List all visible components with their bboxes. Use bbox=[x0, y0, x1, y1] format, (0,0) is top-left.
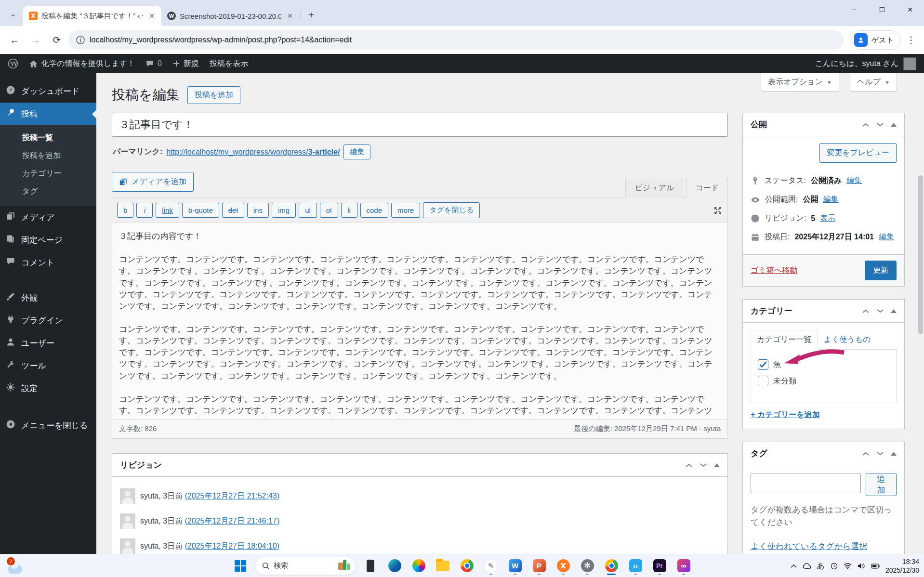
edit-permalink-button[interactable]: 編集 bbox=[343, 144, 370, 159]
quicktag-code-button[interactable]: code bbox=[360, 203, 389, 218]
category-checkbox[interactable] bbox=[758, 376, 768, 386]
site-menu[interactable]: 化学の情報を提供します！ bbox=[29, 59, 135, 69]
publish-row-action-link[interactable]: 編集 bbox=[879, 232, 894, 242]
profile-chip[interactable]: ゲスト bbox=[851, 30, 901, 50]
post-content-textarea[interactable]: ３記事目の内容です！ コンテンツです。コンテンツです。コンテンツです。コンテンツ… bbox=[112, 223, 727, 419]
move-down-icon[interactable] bbox=[876, 309, 884, 314]
quicktag-link-button[interactable]: link bbox=[156, 203, 179, 218]
scrollbar-thumb[interactable] bbox=[918, 175, 923, 334]
maximize-button[interactable]: ☐ bbox=[868, 0, 896, 19]
screen-options-tab[interactable]: 表示オプション ▼ bbox=[761, 73, 839, 92]
copilot-icon[interactable] bbox=[409, 556, 428, 576]
minimize-button[interactable]: ─ bbox=[840, 0, 868, 19]
quicktag-タグを閉じる-button[interactable]: タグを閉じる bbox=[423, 202, 480, 218]
tab-close-icon[interactable]: ✕ bbox=[147, 11, 157, 21]
quicktag-ins-button[interactable]: ins bbox=[247, 203, 269, 218]
new-tag-input[interactable] bbox=[751, 473, 861, 493]
sidebar-item-投稿[interactable]: 投稿 bbox=[0, 103, 96, 125]
browser-tab[interactable]: ꓫ投稿を編集 “３記事目です！” ‹ 化✕ bbox=[23, 6, 161, 26]
revision-date-link[interactable]: (2025年12月27日 21:52:43) bbox=[185, 492, 279, 500]
quicktag-img-button[interactable]: img bbox=[272, 203, 296, 218]
choose-popular-tags-link[interactable]: よく使われているタグから選択 bbox=[751, 541, 867, 552]
user-avatar[interactable] bbox=[903, 57, 916, 70]
battery-icon[interactable] bbox=[871, 564, 880, 569]
publish-row-action-link[interactable]: 表示 bbox=[820, 213, 835, 223]
update-button[interactable]: 更新 bbox=[865, 261, 897, 280]
site-info-icon[interactable] bbox=[76, 36, 85, 44]
sidebar-item-メニューを閉じる[interactable]: メニューを閉じる bbox=[0, 414, 96, 437]
publish-row-action-link[interactable]: 編集 bbox=[823, 195, 838, 205]
sidebar-subitem-カテゴリー[interactable]: カテゴリー bbox=[0, 165, 96, 183]
weather-widget[interactable]: 7 bbox=[7, 557, 26, 575]
toggle-panel-icon[interactable] bbox=[891, 309, 897, 313]
sidebar-item-メディア[interactable]: メディア bbox=[0, 206, 96, 229]
sidebar-item-ダッシュボード[interactable]: ダッシュボード bbox=[0, 80, 96, 103]
quicktag-i-button[interactable]: i bbox=[136, 203, 153, 218]
forward-icon[interactable]: → bbox=[26, 30, 45, 50]
volume-icon[interactable] bbox=[858, 563, 865, 569]
toggle-panel-icon[interactable] bbox=[714, 463, 720, 467]
sidebar-item-固定ページ[interactable]: 固定ページ bbox=[0, 229, 96, 251]
quicktag-li-button[interactable]: li bbox=[341, 203, 357, 218]
post-title-input[interactable] bbox=[112, 113, 728, 137]
sidebar-item-コメント[interactable]: コメント bbox=[0, 251, 96, 274]
powerpoint-icon[interactable]: P bbox=[529, 556, 549, 576]
creative-cloud-icon[interactable]: ∞ bbox=[674, 556, 693, 576]
snipping-icon[interactable]: ✎ bbox=[481, 556, 501, 576]
taskbar-search[interactable]: 検索 bbox=[255, 557, 356, 575]
quicktag-b-button[interactable]: b bbox=[117, 203, 133, 218]
wordpress-logo-icon[interactable] bbox=[8, 58, 18, 69]
sidebar-subitem-タグ[interactable]: タグ bbox=[0, 183, 96, 200]
taskbar-clock[interactable]: 18:34 2025/12/30 bbox=[885, 557, 919, 575]
clock-sync-icon[interactable] bbox=[831, 563, 838, 570]
permalink-link[interactable]: http://localhost/my_wordpress/wordpress/… bbox=[166, 148, 340, 157]
tab-search-icon[interactable]: ⌄ bbox=[5, 6, 21, 22]
fullscreen-icon[interactable] bbox=[713, 206, 723, 215]
tab-close-icon[interactable]: ✕ bbox=[285, 11, 295, 21]
toggle-panel-icon[interactable] bbox=[891, 123, 897, 127]
move-down-icon[interactable] bbox=[876, 451, 884, 456]
settings-icon[interactable]: ✻ bbox=[578, 556, 597, 576]
sidebar-item-設定[interactable]: 設定 bbox=[0, 377, 96, 400]
sidebar-item-外観[interactable]: 外観 bbox=[0, 287, 96, 309]
cloud-sync-icon[interactable] bbox=[803, 563, 811, 569]
add-tag-button[interactable]: 追加 bbox=[866, 473, 897, 496]
preview-changes-button[interactable]: 変更をプレビュー bbox=[819, 143, 897, 163]
view-post-link[interactable]: 投稿を表示 bbox=[210, 59, 248, 69]
browser-tab[interactable]: Screenshot-2019-01-23-00.20.0✕ bbox=[161, 6, 300, 26]
category-checkbox[interactable] bbox=[758, 359, 768, 370]
close-button[interactable]: ✕ bbox=[896, 0, 924, 19]
quicktag-ul-button[interactable]: ul bbox=[299, 203, 317, 218]
tab-all-categories[interactable]: カテゴリー一覧 bbox=[751, 330, 818, 350]
comments-bubble[interactable]: 0 bbox=[145, 59, 162, 68]
explorer-icon[interactable] bbox=[433, 556, 452, 576]
sidebar-item-ユーザー[interactable]: ユーザー bbox=[0, 332, 96, 354]
sidebar-item-プラグイン[interactable]: プラグイン bbox=[0, 309, 96, 332]
revision-date-link[interactable]: (2025年12月27日 21:46:17) bbox=[185, 517, 279, 525]
phone-link-icon[interactable] bbox=[361, 556, 380, 576]
sidebar-item-ツール[interactable]: ツール bbox=[0, 354, 96, 377]
page-scrollbar[interactable] bbox=[917, 108, 924, 531]
address-bar[interactable]: localhost/my_wordpress/wordpress/wp-admi… bbox=[68, 30, 844, 50]
chrome-icon[interactable] bbox=[457, 556, 476, 576]
wifi-icon[interactable] bbox=[844, 563, 852, 569]
quicktag-ol-button[interactable]: ol bbox=[320, 203, 338, 218]
move-to-trash-link[interactable]: ゴミ箱へ移動 bbox=[751, 265, 797, 275]
move-up-icon[interactable] bbox=[862, 309, 870, 314]
move-up-icon[interactable] bbox=[862, 122, 870, 127]
move-up-icon[interactable] bbox=[685, 463, 693, 468]
move-down-icon[interactable] bbox=[876, 122, 884, 127]
toggle-panel-icon[interactable] bbox=[891, 452, 897, 456]
quicktag-b-quote-button[interactable]: b-quote bbox=[182, 203, 219, 218]
word-icon[interactable]: W bbox=[505, 556, 525, 576]
tab-visual-editor[interactable]: ビジュアル bbox=[625, 178, 683, 198]
tab-most-used[interactable]: よく使うもの bbox=[818, 330, 877, 349]
add-new-post-button[interactable]: 投稿を追加 bbox=[187, 86, 240, 104]
premiere-icon[interactable]: Pr bbox=[650, 556, 669, 576]
tab-code-editor[interactable]: コード bbox=[686, 178, 728, 198]
chrome-active-icon[interactable] bbox=[602, 556, 621, 576]
new-content-menu[interactable]: 新規 bbox=[172, 59, 199, 69]
browser-menu-icon[interactable]: ⋮ bbox=[903, 32, 919, 48]
publish-row-action-link[interactable]: 編集 bbox=[846, 176, 862, 186]
add-category-link[interactable]: + カテゴリーを追加 bbox=[751, 410, 820, 420]
